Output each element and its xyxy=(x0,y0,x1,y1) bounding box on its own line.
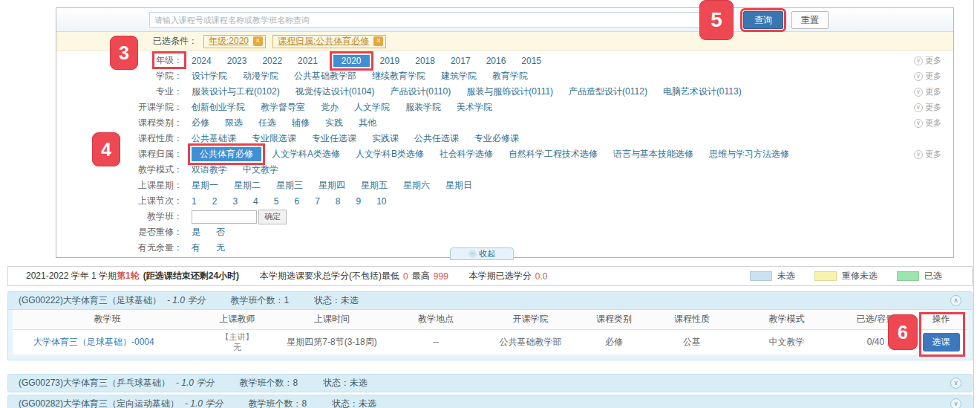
chevron-up-icon[interactable]: ∧ xyxy=(950,295,961,306)
filter-option[interactable]: 必修 xyxy=(192,117,209,129)
course-section-header[interactable]: (GG00222)大学体育三（足球基础）- 1.0 学分教学班个数：1状态：未选… xyxy=(7,291,973,310)
search-input[interactable] xyxy=(149,12,721,27)
filter-option[interactable]: 社会科学选修 xyxy=(440,148,493,161)
filter-option[interactable]: 星期四 xyxy=(318,179,345,192)
chevron-down-icon[interactable]: ∨ xyxy=(950,378,961,389)
filter-option[interactable]: 教学督导室 xyxy=(261,101,305,114)
filter-option[interactable]: 2020 xyxy=(333,55,370,67)
filter-option[interactable]: 2021 xyxy=(298,56,318,66)
filter-option[interactable]: 继续教育学院 xyxy=(372,70,425,82)
class-number-input[interactable] xyxy=(192,210,257,224)
filter-option[interactable]: 中文教学 xyxy=(243,163,278,176)
filter-option[interactable]: 6 xyxy=(294,196,299,207)
filter-option[interactable]: 专业限选课 xyxy=(252,132,296,145)
filter-option[interactable]: 其他 xyxy=(359,117,376,129)
remove-tag-icon[interactable]: × xyxy=(373,36,383,46)
remove-tag-icon[interactable]: × xyxy=(253,36,263,46)
filter-option[interactable]: 2022 xyxy=(262,56,282,66)
chevron-down-icon[interactable]: ∨ xyxy=(950,398,961,408)
filter-option[interactable]: 2016 xyxy=(486,56,506,66)
filter-option[interactable]: 产品造型设计(0112) xyxy=(569,85,647,98)
filter-option[interactable]: 星期一 xyxy=(192,179,218,192)
more-link[interactable]: ∨更多 xyxy=(914,71,941,82)
filter-option[interactable]: 教育学院 xyxy=(492,70,528,82)
filter-option[interactable]: 5 xyxy=(274,196,279,207)
table-cell: 公共基础教学部 xyxy=(480,329,581,354)
filter-option[interactable]: 服装与服饰设计(0111) xyxy=(466,85,553,98)
query-button[interactable]: 查询 xyxy=(743,11,783,29)
filter-option[interactable]: 自然科学工程技术选修 xyxy=(509,148,598,161)
filter-option[interactable]: 2015 xyxy=(521,56,541,66)
filter-option[interactable]: 有 xyxy=(192,242,200,254)
filter-option[interactable]: 2 xyxy=(212,196,218,207)
filter-option[interactable]: 星期三 xyxy=(276,179,303,192)
filter-option[interactable]: 动漫学院 xyxy=(243,70,278,82)
more-link[interactable]: ∨更多 xyxy=(914,149,941,160)
filter-option[interactable]: 设计学院 xyxy=(192,70,227,82)
select-course-button[interactable]: 选课 xyxy=(923,333,960,352)
round-text: 第1轮 xyxy=(117,270,140,282)
more-link[interactable]: ∨更多 xyxy=(914,86,941,97)
filter-option[interactable]: 公共体育必修 xyxy=(192,147,261,161)
filter-option[interactable]: 实践课 xyxy=(372,132,399,145)
filter-option[interactable]: 8 xyxy=(336,196,341,207)
filter-option[interactable]: 创新创业学院 xyxy=(192,101,245,114)
filter-option[interactable]: 4 xyxy=(253,196,258,207)
filter-option[interactable]: 2017 xyxy=(451,56,471,66)
filter-option[interactable]: 语言与基本技能选修 xyxy=(613,148,693,161)
filter-option[interactable]: 实践 xyxy=(325,117,343,129)
filter-option[interactable]: 人文学科B类选修 xyxy=(356,148,424,161)
filter-option[interactable]: 视觉传达设计(0104) xyxy=(295,85,375,98)
course-class-link[interactable]: 大学体育三（足球基础）-0004 xyxy=(33,337,154,347)
collapse-tab[interactable]: − 收起 xyxy=(450,247,514,260)
filter-option[interactable]: 星期五 xyxy=(361,179,388,192)
filter-option[interactable]: 专业必修课 xyxy=(474,132,519,145)
filter-option[interactable]: 1 xyxy=(192,196,197,207)
course-section-header[interactable]: (GG00282)大学体育三（定向运动基础）- 1.0 学分教学班个数：8状态：… xyxy=(7,395,973,408)
filter-option[interactable]: 无 xyxy=(216,242,225,254)
filter-label: 是否重修： xyxy=(97,226,183,239)
filter-option[interactable]: 双语教学 xyxy=(192,163,227,176)
filter-option[interactable]: 7 xyxy=(315,196,320,207)
filter-option[interactable]: 10 xyxy=(376,196,386,207)
filter-option[interactable]: 公共任选课 xyxy=(414,132,459,145)
course-section-header[interactable]: (GG00273)大学体育三（乒乓球基础）- 1.0 学分教学班个数：8状态：未… xyxy=(7,374,973,392)
filter-option[interactable]: 任选 xyxy=(258,117,276,129)
filter-option[interactable]: 专业任选课 xyxy=(312,132,356,145)
confirm-button[interactable]: 确定 xyxy=(258,210,287,224)
filter-option[interactable]: 2019 xyxy=(380,56,400,66)
filter-option[interactable]: 限选 xyxy=(225,117,243,129)
filter-option[interactable]: 是 xyxy=(192,226,200,239)
filter-option[interactable]: 服装设计与工程(0102) xyxy=(192,85,280,98)
filter-option[interactable]: 2023 xyxy=(227,56,247,66)
filter-label-text: 课程性质： xyxy=(138,133,183,143)
filter-option[interactable]: 服装学院 xyxy=(405,101,441,114)
filter-option[interactable]: 否 xyxy=(216,226,225,239)
filter-option[interactable]: 2024 xyxy=(192,56,212,66)
filter-option[interactable]: 2018 xyxy=(415,56,435,66)
status-legend: 未选重修未选已选 xyxy=(731,270,942,282)
course-credits: - 1.0 学分 xyxy=(167,294,205,307)
filter-option[interactable]: 人文学科A类选修 xyxy=(272,148,340,161)
more-link[interactable]: ∨更多 xyxy=(914,102,941,113)
filter-option[interactable]: 辅修 xyxy=(292,117,310,129)
filter-option[interactable]: 电脑艺术设计(0113) xyxy=(663,85,742,98)
filter-option[interactable]: 党办 xyxy=(321,101,339,114)
filter-option[interactable]: 公共基础课 xyxy=(192,132,236,145)
reset-button[interactable]: 重置 xyxy=(791,11,829,29)
filter-option[interactable]: 产品设计(0110) xyxy=(390,85,451,98)
filter-option[interactable]: 9 xyxy=(356,196,362,207)
filter-option[interactable]: 星期二 xyxy=(234,179,261,192)
filter-option[interactable]: 星期日 xyxy=(445,179,472,192)
filter-option[interactable]: 星期六 xyxy=(403,179,430,192)
course-credits: - 1.0 学分 xyxy=(185,398,223,408)
filter-option[interactable]: 建筑学院 xyxy=(441,70,477,82)
more-link[interactable]: ∨更多 xyxy=(914,55,941,66)
filter-option[interactable]: 人文学院 xyxy=(354,101,390,114)
filter-option[interactable]: 美术学院 xyxy=(457,101,492,114)
filter-option[interactable]: 公共基础教学部 xyxy=(294,70,356,82)
filter-option[interactable]: 3 xyxy=(232,196,238,207)
more-link[interactable]: ∨更多 xyxy=(914,117,941,129)
selected-conditions-label: 已选条件： xyxy=(153,35,197,48)
filter-option[interactable]: 思维与学习方法选修 xyxy=(709,148,789,161)
